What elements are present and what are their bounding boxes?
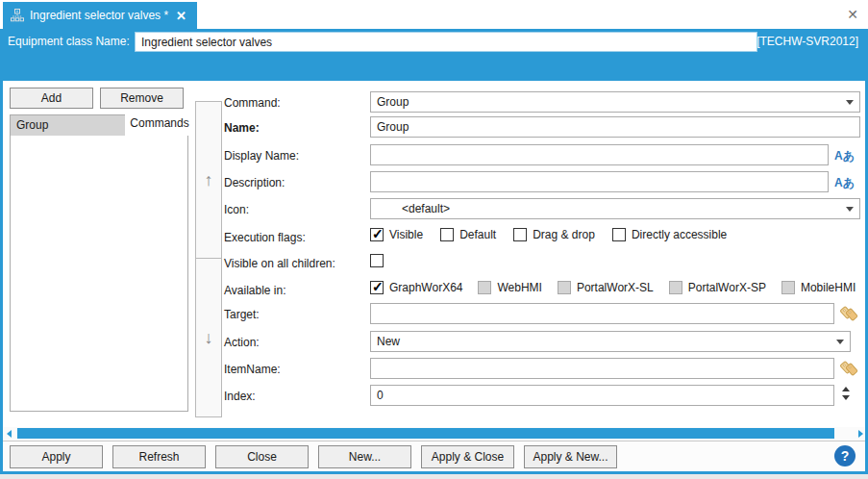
scrollbar-thumb[interactable] <box>17 428 834 439</box>
move-down-button[interactable]: ↓ <box>195 258 222 417</box>
checkbox-portalworx-sp: PortalWorX-SP <box>669 281 766 294</box>
equipment-class-name-label: Equipment class Name: <box>8 35 130 48</box>
execution-flags-label: Execution flags: <box>224 231 306 244</box>
window-left-border <box>0 81 3 471</box>
icon-dropdown[interactable]: <default> <box>370 198 860 219</box>
checkbox-icon <box>558 281 571 294</box>
horizontal-scrollbar[interactable] <box>3 427 865 441</box>
equipment-class-name-input[interactable] <box>135 32 757 52</box>
target-label: Target: <box>224 308 260 321</box>
checkbox-graphworx64[interactable]: GraphWorX64 <box>370 281 462 294</box>
checkbox-webhmi: WebHMI <box>478 281 541 294</box>
itemname-label: ItemName: <box>224 363 281 376</box>
checkbox-icon[interactable] <box>370 281 384 294</box>
checkbox-icon[interactable] <box>612 228 626 241</box>
command-label: Command: <box>224 96 281 110</box>
chevron-down-icon <box>846 207 854 212</box>
equipment-class-icon <box>11 9 24 22</box>
help-icon[interactable]: ? <box>834 445 856 466</box>
spinner-up-icon[interactable] <box>842 387 850 391</box>
document-tab-close-icon[interactable]: ✕ <box>176 9 186 23</box>
available-in-row: GraphWorX64 WebHMI PortalWorX-SL PortalW… <box>370 281 856 294</box>
document-tab[interactable]: Ingredient selector valves * ✕ <box>3 2 197 29</box>
execution-flags-row: Visible Default Drag & drop Directly acc… <box>370 228 727 241</box>
display-name-input[interactable] <box>370 144 829 165</box>
localize-icon[interactable]: Aあ <box>834 148 855 164</box>
index-spinner[interactable] <box>842 387 850 400</box>
checkbox-icon[interactable] <box>513 228 527 241</box>
index-input[interactable] <box>370 385 834 406</box>
name-label: Name: <box>224 121 260 135</box>
equipment-class-editor-window: Ingredient selector valves * ✕ ✕ Equipme… <box>0 0 868 474</box>
apply-new-button[interactable]: Apply & New... <box>524 445 617 468</box>
command-dropdown[interactable]: Group <box>370 91 860 113</box>
visible-children-row <box>370 254 384 267</box>
icon-value: <default> <box>377 202 846 215</box>
itemname-input[interactable] <box>370 358 834 379</box>
reorder-strip: ↑ ↓ <box>195 101 222 417</box>
checkbox-visible[interactable]: Visible <box>370 228 423 241</box>
checkbox-icon <box>781 281 795 294</box>
equipment-class-banner: Equipment class Name: [TECHW-SVR2012] <box>0 29 868 55</box>
available-in-label: Available in: <box>224 284 286 297</box>
titlebar: Ingredient selector valves * ✕ ✕ <box>0 0 868 29</box>
target-input[interactable] <box>370 303 834 324</box>
move-up-button[interactable]: ↑ <box>195 101 222 259</box>
visible-children-label: Visible on all children: <box>224 257 335 270</box>
tab-strip: General Parameters Commands + <box>0 55 868 81</box>
spinner-down-icon[interactable] <box>842 395 850 400</box>
index-label: Index: <box>224 390 256 403</box>
tab-commands[interactable]: Commands <box>125 110 194 136</box>
chevron-down-icon <box>846 100 854 105</box>
window-close-icon[interactable]: ✕ <box>847 7 858 22</box>
document-tab-title: Ingredient selector valves * <box>30 9 168 22</box>
description-label: Description: <box>224 176 285 189</box>
description-input[interactable] <box>370 171 829 192</box>
arrow-down-icon: ↓ <box>205 328 213 348</box>
command-list[interactable]: Group <box>10 114 188 412</box>
arrow-up-icon: ↑ <box>205 170 213 190</box>
data-browser-tags-icon[interactable] <box>840 305 858 326</box>
localize-icon[interactable]: Aあ <box>834 175 855 191</box>
checkbox-icon[interactable] <box>370 254 384 267</box>
name-input[interactable] <box>370 116 860 138</box>
icon-label: Icon: <box>224 203 249 216</box>
checkbox-drag-drop[interactable]: Drag & drop <box>513 228 595 241</box>
display-name-label: Display Name: <box>224 149 299 163</box>
checkbox-icon[interactable] <box>370 228 384 241</box>
apply-button[interactable]: Apply <box>10 445 103 468</box>
action-dropdown[interactable]: New <box>370 331 851 352</box>
checkbox-default[interactable]: Default <box>440 228 496 241</box>
chevron-down-icon <box>836 340 844 344</box>
checkbox-visible-on-all-children[interactable] <box>370 254 384 267</box>
scroll-right-icon[interactable] <box>858 430 863 438</box>
apply-close-button[interactable]: Apply & Close <box>421 445 514 468</box>
new-button[interactable]: New... <box>318 445 411 468</box>
footer-bar: Apply Refresh Close New... Apply & Close… <box>3 441 865 471</box>
close-button[interactable]: Close <box>215 445 309 468</box>
checkbox-icon <box>669 281 682 294</box>
checkbox-portalworx-sl: PortalWorX-SL <box>558 281 654 294</box>
scroll-left-icon[interactable] <box>7 430 12 438</box>
checkbox-directly-accessible[interactable]: Directly accessible <box>612 228 727 241</box>
remove-command-button[interactable]: Remove <box>100 88 184 109</box>
checkbox-mobilehmi: MobileHMI <box>781 281 856 294</box>
data-browser-tags-icon[interactable] <box>840 360 858 381</box>
refresh-button[interactable]: Refresh <box>112 445 206 468</box>
command-value: Group <box>377 95 846 109</box>
action-value: New <box>377 335 836 348</box>
action-label: Action: <box>224 336 260 349</box>
checkbox-icon <box>478 281 491 294</box>
server-badge: [TECHW-SVR2012] <box>756 35 858 48</box>
checkbox-icon[interactable] <box>440 228 454 241</box>
add-command-button[interactable]: Add <box>10 88 93 109</box>
